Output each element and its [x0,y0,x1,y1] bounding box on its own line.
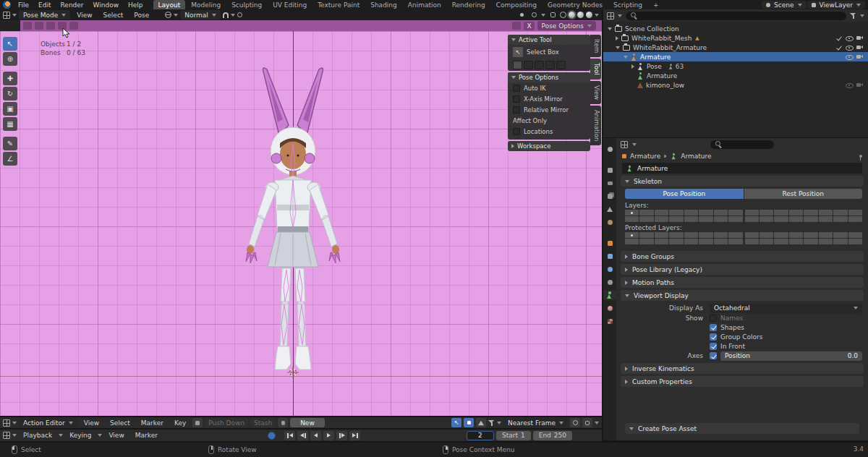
play-reverse-button[interactable] [310,431,321,440]
new-action-button[interactable]: New [290,418,325,427]
prev-keyframe-button[interactable] [297,431,308,440]
menu-help[interactable]: Help [124,0,148,9]
play-button[interactable] [323,431,334,440]
tab-constraint-properties[interactable] [603,277,616,287]
protected-layers-grid[interactable] [616,232,868,246]
tool-select-box[interactable]: ↖ [3,37,17,51]
n-tab-view[interactable]: View [590,81,601,104]
locations-row[interactable]: Locations [508,126,590,137]
push-down-button[interactable]: Push Down [205,418,248,427]
blender-logo-icon[interactable] [3,1,11,9]
tab-tool-properties[interactable] [603,144,616,154]
proportional-edit-icon[interactable] [570,418,580,427]
dopesheet-menu-key[interactable]: Key [170,418,190,427]
n-tab-animation[interactable]: Animation [590,106,601,145]
outliner-row-scene-collection[interactable]: Scene Collection [603,24,868,33]
axes-checkbox[interactable] [710,352,717,359]
outliner-search[interactable] [626,12,846,20]
select-mode-set[interactable] [513,61,522,69]
menu-window[interactable]: Window [89,0,124,9]
outliner-row-pose[interactable]: Pose 63 [603,61,868,71]
locations-checkbox[interactable] [513,128,520,135]
tab-world-properties[interactable] [603,217,616,227]
x-axis-mirror-checkbox[interactable] [513,95,520,103]
menu-edit[interactable]: Edit [34,0,55,9]
shading-material-icon[interactable] [577,12,584,18]
shading-solid-icon[interactable] [569,12,575,18]
skeleton-panel-header[interactable]: Skeleton [621,176,864,187]
tab-object-properties[interactable] [603,238,616,248]
pose-options-panel-header[interactable]: Pose Options [508,72,590,82]
keying-menu[interactable]: Keying [65,431,95,440]
workspace-tab-shading[interactable]: Shading [365,0,402,9]
properties-search-input[interactable] [726,141,770,148]
workspace-tab-rendering[interactable]: Rendering [447,0,490,9]
axes-position-slider[interactable]: Position 0.0 [720,351,862,361]
character-model[interactable] [217,63,369,378]
custom-properties-panel-header[interactable]: Custom Properties [621,376,864,387]
workspace-tab-sculpting[interactable]: Sculpting [226,0,267,9]
pose-library-panel-header[interactable]: Pose Library (Legacy) [621,264,864,275]
tab-material-properties[interactable] [603,303,616,313]
tool-option-icon[interactable] [23,22,32,30]
viewport-menu-pose[interactable]: Pose [129,10,153,20]
playback-menu[interactable]: Playback [19,431,56,440]
outliner-row-whiterabbit-mesh[interactable]: WhiteRabbit_Mesh [603,33,868,43]
layers-grid[interactable] [616,210,868,223]
tool-option-icon[interactable] [35,22,43,30]
select-mode-extend[interactable] [524,61,533,69]
editor-type-icon[interactable] [3,12,10,19]
in-front-checkbox[interactable] [710,343,717,350]
dopesheet-menu-view[interactable]: View [80,418,103,427]
fake-user-shield-icon[interactable] [278,418,288,427]
tab-physics-properties[interactable] [603,264,616,274]
xray-toggle-icon[interactable] [548,10,558,20]
render-camera-icon[interactable] [856,54,864,60]
viewport-display-panel-header[interactable]: Viewport Display [621,290,864,301]
show-shapes-row[interactable]: Shapes [616,323,868,332]
show-gizmo-icon[interactable] [516,10,527,20]
editor-type-icon[interactable] [3,432,10,439]
exclude-checkbox-icon[interactable] [836,35,843,41]
inverse-kinematics-panel-header[interactable]: Inverse Kinematics [621,363,864,374]
editor-type-icon[interactable] [607,12,614,20]
current-frame-field[interactable]: 2 [467,431,494,440]
tool-option-icon[interactable] [46,22,55,30]
workspace-tab-scripting[interactable]: Scripting [608,0,647,9]
workspace-tab-animation[interactable]: Animation [403,0,446,9]
auto-keying-record-button[interactable] [268,432,276,440]
viewport-menu-select[interactable]: Select [99,10,128,20]
show-in-front-row[interactable]: In Front [616,341,868,351]
workspace-tab-geometry-nodes[interactable]: Geometry Nodes [542,0,608,9]
action-editor-mode-dropdown[interactable]: Action Editor [19,418,77,427]
tool-transform[interactable]: ▦ [3,117,17,131]
tab-render-properties[interactable] [603,165,616,175]
names-checkbox[interactable] [710,315,717,322]
motion-paths-panel-header[interactable]: Motion Paths [621,277,864,288]
next-keyframe-button[interactable] [336,431,347,440]
pin-icon[interactable] [859,155,862,158]
frame-start-field[interactable]: Start1 [496,431,531,440]
render-camera-icon[interactable] [856,44,864,51]
properties-search[interactable] [710,140,774,149]
transform-pivot-icon[interactable] [165,12,171,18]
tab-scene-properties[interactable] [603,204,616,214]
workspace-tab-modeling[interactable]: Modeling [186,0,226,9]
workspace-tab-layout[interactable]: Layout [153,0,186,9]
active-tool-panel-header[interactable]: Active Tool [508,35,590,45]
outliner-row-whiterabbit-armature[interactable]: WhiteRabbit_Armature [603,43,868,52]
select-mode-intersect[interactable] [556,61,566,69]
hide-eye-icon[interactable] [846,82,854,89]
only-selected-filter-icon[interactable]: ↖ [451,418,461,427]
errors-filter-icon[interactable] [476,418,486,427]
auto-ik-checkbox[interactable] [513,85,520,92]
x-axis-mirror-row[interactable]: X-Axis Mirror [508,93,590,104]
tool-rotate[interactable]: ↻ [3,87,17,101]
mode-selector[interactable]: Pose Mode [19,10,70,20]
scene-selector[interactable]: Scene [762,1,806,9]
outliner-row-armature-data[interactable]: Armature [603,71,868,80]
jump-to-start-button[interactable] [284,431,295,440]
copy-keyframes-icon[interactable] [582,418,592,427]
editor-type-icon[interactable] [621,141,628,148]
timeline-menu-marker[interactable]: Marker [131,431,162,440]
